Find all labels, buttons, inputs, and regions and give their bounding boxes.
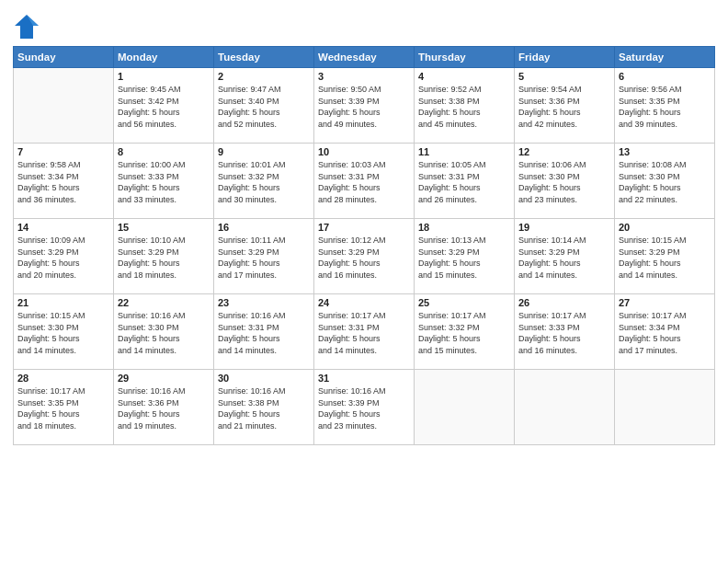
logo-icon xyxy=(13,13,40,40)
week-row-2: 7Sunrise: 9:58 AM Sunset: 3:34 PM Daylig… xyxy=(14,144,715,219)
day-cell: 5Sunrise: 9:54 AM Sunset: 3:36 PM Daylig… xyxy=(515,68,615,144)
day-info: Sunrise: 10:14 AM Sunset: 3:29 PM Daylig… xyxy=(518,235,610,281)
header-day-wednesday: Wednesday xyxy=(314,47,415,68)
day-info: Sunrise: 10:00 AM Sunset: 3:33 PM Daylig… xyxy=(118,159,210,205)
day-info: Sunrise: 10:10 AM Sunset: 3:29 PM Daylig… xyxy=(118,235,210,281)
day-cell: 25Sunrise: 10:17 AM Sunset: 3:32 PM Dayl… xyxy=(415,294,515,370)
svg-marker-0 xyxy=(15,15,39,39)
header xyxy=(13,9,715,40)
day-number: 26 xyxy=(518,297,610,308)
day-info: Sunrise: 10:17 AM Sunset: 3:34 PM Daylig… xyxy=(619,310,711,356)
day-number: 21 xyxy=(17,297,109,308)
day-cell: 19Sunrise: 10:14 AM Sunset: 3:29 PM Dayl… xyxy=(515,219,615,294)
day-cell: 13Sunrise: 10:08 AM Sunset: 3:30 PM Dayl… xyxy=(615,144,715,219)
day-cell: 26Sunrise: 10:17 AM Sunset: 3:33 PM Dayl… xyxy=(515,294,615,370)
day-cell xyxy=(615,370,715,445)
day-info: Sunrise: 9:47 AM Sunset: 3:40 PM Dayligh… xyxy=(218,84,310,130)
day-number: 12 xyxy=(518,146,610,157)
day-number: 24 xyxy=(318,297,410,308)
day-info: Sunrise: 10:17 AM Sunset: 3:32 PM Daylig… xyxy=(418,310,510,356)
day-number: 20 xyxy=(619,222,711,233)
day-info: Sunrise: 10:13 AM Sunset: 3:29 PM Daylig… xyxy=(418,235,510,281)
day-number: 14 xyxy=(17,222,109,233)
day-info: Sunrise: 9:45 AM Sunset: 3:42 PM Dayligh… xyxy=(118,84,210,130)
day-cell: 10Sunrise: 10:03 AM Sunset: 3:31 PM Dayl… xyxy=(314,144,415,219)
header-day-monday: Monday xyxy=(114,47,214,68)
day-info: Sunrise: 9:58 AM Sunset: 3:34 PM Dayligh… xyxy=(17,159,109,205)
day-info: Sunrise: 10:16 AM Sunset: 3:36 PM Daylig… xyxy=(118,385,210,431)
day-number: 23 xyxy=(218,297,310,308)
day-number: 13 xyxy=(619,146,711,157)
day-cell: 2Sunrise: 9:47 AM Sunset: 3:40 PM Daylig… xyxy=(214,68,314,144)
day-info: Sunrise: 10:03 AM Sunset: 3:31 PM Daylig… xyxy=(318,159,410,205)
day-cell: 29Sunrise: 10:16 AM Sunset: 3:36 PM Dayl… xyxy=(114,370,214,445)
day-info: Sunrise: 10:17 AM Sunset: 3:35 PM Daylig… xyxy=(17,385,109,431)
day-number: 2 xyxy=(218,71,310,82)
week-row-3: 14Sunrise: 10:09 AM Sunset: 3:29 PM Dayl… xyxy=(14,219,715,294)
day-info: Sunrise: 10:15 AM Sunset: 3:30 PM Daylig… xyxy=(17,310,109,356)
day-info: Sunrise: 10:15 AM Sunset: 3:29 PM Daylig… xyxy=(619,235,711,281)
day-info: Sunrise: 10:01 AM Sunset: 3:32 PM Daylig… xyxy=(218,159,310,205)
day-number: 6 xyxy=(619,71,711,82)
header-day-tuesday: Tuesday xyxy=(214,47,314,68)
day-number: 5 xyxy=(518,71,610,82)
day-info: Sunrise: 10:16 AM Sunset: 3:38 PM Daylig… xyxy=(218,385,310,431)
day-number: 17 xyxy=(318,222,410,233)
week-row-4: 21Sunrise: 10:15 AM Sunset: 3:30 PM Dayl… xyxy=(14,294,715,370)
logo xyxy=(13,13,42,40)
day-cell: 17Sunrise: 10:12 AM Sunset: 3:29 PM Dayl… xyxy=(314,219,415,294)
day-number: 9 xyxy=(218,146,310,157)
header-day-sunday: Sunday xyxy=(14,47,114,68)
day-number: 16 xyxy=(218,222,310,233)
day-info: Sunrise: 10:06 AM Sunset: 3:30 PM Daylig… xyxy=(518,159,610,205)
day-info: Sunrise: 9:56 AM Sunset: 3:35 PM Dayligh… xyxy=(619,84,711,130)
day-cell: 14Sunrise: 10:09 AM Sunset: 3:29 PM Dayl… xyxy=(14,219,114,294)
day-cell xyxy=(14,68,114,144)
day-cell xyxy=(415,370,515,445)
day-cell: 1Sunrise: 9:45 AM Sunset: 3:42 PM Daylig… xyxy=(114,68,214,144)
day-info: Sunrise: 10:12 AM Sunset: 3:29 PM Daylig… xyxy=(318,235,410,281)
day-number: 27 xyxy=(619,297,711,308)
day-cell: 7Sunrise: 9:58 AM Sunset: 3:34 PM Daylig… xyxy=(14,144,114,219)
day-info: Sunrise: 10:17 AM Sunset: 3:33 PM Daylig… xyxy=(518,310,610,356)
day-cell: 11Sunrise: 10:05 AM Sunset: 3:31 PM Dayl… xyxy=(415,144,515,219)
day-number: 18 xyxy=(418,222,510,233)
day-info: Sunrise: 10:16 AM Sunset: 3:31 PM Daylig… xyxy=(218,310,310,356)
day-cell: 20Sunrise: 10:15 AM Sunset: 3:29 PM Dayl… xyxy=(615,219,715,294)
day-cell: 8Sunrise: 10:00 AM Sunset: 3:33 PM Dayli… xyxy=(114,144,214,219)
day-cell xyxy=(515,370,615,445)
day-info: Sunrise: 9:50 AM Sunset: 3:39 PM Dayligh… xyxy=(318,84,410,130)
day-info: Sunrise: 9:52 AM Sunset: 3:38 PM Dayligh… xyxy=(418,84,510,130)
day-cell: 16Sunrise: 10:11 AM Sunset: 3:29 PM Dayl… xyxy=(214,219,314,294)
day-number: 8 xyxy=(118,146,210,157)
header-day-saturday: Saturday xyxy=(615,47,715,68)
day-cell: 30Sunrise: 10:16 AM Sunset: 3:38 PM Dayl… xyxy=(214,370,314,445)
day-cell: 23Sunrise: 10:16 AM Sunset: 3:31 PM Dayl… xyxy=(214,294,314,370)
day-cell: 15Sunrise: 10:10 AM Sunset: 3:29 PM Dayl… xyxy=(114,219,214,294)
day-cell: 4Sunrise: 9:52 AM Sunset: 3:38 PM Daylig… xyxy=(415,68,515,144)
day-info: Sunrise: 10:09 AM Sunset: 3:29 PM Daylig… xyxy=(17,235,109,281)
header-day-thursday: Thursday xyxy=(415,47,515,68)
day-number: 28 xyxy=(17,373,109,384)
day-number: 29 xyxy=(118,373,210,384)
day-cell: 22Sunrise: 10:16 AM Sunset: 3:30 PM Dayl… xyxy=(114,294,214,370)
day-info: Sunrise: 10:05 AM Sunset: 3:31 PM Daylig… xyxy=(418,159,510,205)
day-cell: 27Sunrise: 10:17 AM Sunset: 3:34 PM Dayl… xyxy=(615,294,715,370)
day-cell: 24Sunrise: 10:17 AM Sunset: 3:31 PM Dayl… xyxy=(314,294,415,370)
day-number: 10 xyxy=(318,146,410,157)
day-number: 3 xyxy=(318,71,410,82)
day-cell: 6Sunrise: 9:56 AM Sunset: 3:35 PM Daylig… xyxy=(615,68,715,144)
day-cell: 28Sunrise: 10:17 AM Sunset: 3:35 PM Dayl… xyxy=(14,370,114,445)
day-info: Sunrise: 10:11 AM Sunset: 3:29 PM Daylig… xyxy=(218,235,310,281)
day-info: Sunrise: 10:16 AM Sunset: 3:30 PM Daylig… xyxy=(118,310,210,356)
week-row-1: 1Sunrise: 9:45 AM Sunset: 3:42 PM Daylig… xyxy=(14,68,715,144)
day-cell: 21Sunrise: 10:15 AM Sunset: 3:30 PM Dayl… xyxy=(14,294,114,370)
day-number: 22 xyxy=(118,297,210,308)
day-cell: 12Sunrise: 10:06 AM Sunset: 3:30 PM Dayl… xyxy=(515,144,615,219)
day-cell: 9Sunrise: 10:01 AM Sunset: 3:32 PM Dayli… xyxy=(214,144,314,219)
day-number: 4 xyxy=(418,71,510,82)
header-day-friday: Friday xyxy=(515,47,615,68)
day-number: 15 xyxy=(118,222,210,233)
day-number: 25 xyxy=(418,297,510,308)
day-cell: 31Sunrise: 10:16 AM Sunset: 3:39 PM Dayl… xyxy=(314,370,415,445)
